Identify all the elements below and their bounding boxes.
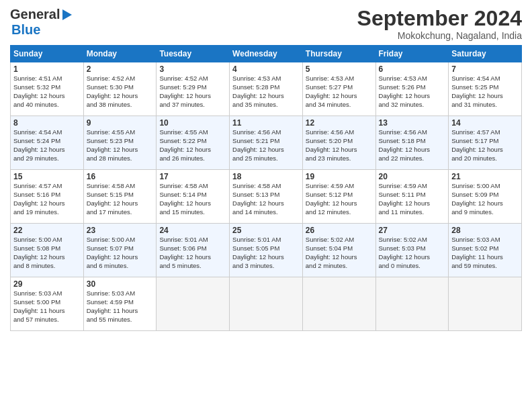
day-info: Sunrise: 5:00 AM Sunset: 5:08 PM Dayligh… [13,236,81,270]
calendar-cell: 6Sunrise: 4:53 AM Sunset: 5:26 PM Daylig… [375,62,449,116]
day-info: Sunrise: 4:57 AM Sunset: 5:17 PM Dayligh… [451,128,519,163]
day-info: Sunrise: 5:03 AM Sunset: 4:59 PM Dayligh… [87,289,154,324]
weekday-header-thursday: Thursday [302,46,375,62]
week-row-3: 15Sunrise: 4:57 AM Sunset: 5:16 PM Dayli… [11,170,522,224]
day-info: Sunrise: 4:58 AM Sunset: 5:14 PM Dayligh… [159,182,226,216]
weekday-header-wednesday: Wednesday [230,46,303,62]
calendar-cell: 16Sunrise: 4:58 AM Sunset: 5:15 PM Dayli… [83,170,157,224]
day-info: Sunrise: 4:58 AM Sunset: 5:13 PM Dayligh… [232,182,300,216]
calendar-cell: 3Sunrise: 4:52 AM Sunset: 5:29 PM Daylig… [157,62,230,116]
day-info: Sunrise: 5:02 AM Sunset: 5:03 PM Dayligh… [379,236,446,270]
day-number: 27 [379,226,446,235]
calendar-cell: 23Sunrise: 5:00 AM Sunset: 5:07 PM Dayli… [83,224,157,277]
calendar-cell: 26Sunrise: 5:02 AM Sunset: 5:04 PM Dayli… [302,224,375,277]
title-area: September 2024 Mokokchung, Nagaland, Ind… [357,7,522,41]
day-number: 29 [13,279,81,289]
day-number: 2 [87,64,154,74]
day-number: 21 [451,172,519,181]
day-number: 16 [87,172,154,181]
calendar-cell: 2Sunrise: 4:52 AM Sunset: 5:30 PM Daylig… [83,62,157,116]
day-number: 8 [13,118,81,128]
calendar-cell: 17Sunrise: 4:58 AM Sunset: 5:14 PM Dayli… [157,170,230,224]
day-number: 12 [306,118,373,128]
calendar-cell [375,277,449,331]
day-number: 22 [13,226,81,235]
day-info: Sunrise: 4:55 AM Sunset: 5:23 PM Dayligh… [87,128,154,163]
calendar-cell: 30Sunrise: 5:03 AM Sunset: 4:59 PM Dayli… [83,277,157,331]
day-number: 19 [306,172,373,181]
calendar-cell: 11Sunrise: 4:56 AM Sunset: 5:21 PM Dayli… [230,116,303,170]
day-info: Sunrise: 4:53 AM Sunset: 5:27 PM Dayligh… [306,75,373,109]
day-number: 20 [379,172,446,181]
calendar-cell: 7Sunrise: 4:54 AM Sunset: 5:25 PM Daylig… [449,62,522,116]
day-info: Sunrise: 5:02 AM Sunset: 5:04 PM Dayligh… [306,236,373,270]
day-info: Sunrise: 4:58 AM Sunset: 5:15 PM Dayligh… [87,182,154,216]
weekday-header-friday: Friday [375,46,449,62]
day-info: Sunrise: 5:01 AM Sunset: 5:05 PM Dayligh… [232,236,300,270]
day-info: Sunrise: 4:54 AM Sunset: 5:24 PM Dayligh… [13,128,81,163]
day-info: Sunrise: 4:52 AM Sunset: 5:29 PM Dayligh… [159,75,226,109]
day-info: Sunrise: 5:03 AM Sunset: 5:00 PM Dayligh… [13,289,81,324]
calendar-table: SundayMondayTuesdayWednesdayThursdayFrid… [10,45,522,331]
logo: General Blue [10,7,73,38]
calendar-cell: 12Sunrise: 4:56 AM Sunset: 5:20 PM Dayli… [302,116,375,170]
calendar-cell: 9Sunrise: 4:55 AM Sunset: 5:23 PM Daylig… [83,116,157,170]
day-number: 14 [451,118,519,128]
day-info: Sunrise: 4:54 AM Sunset: 5:25 PM Dayligh… [451,75,519,109]
day-info: Sunrise: 5:03 AM Sunset: 5:02 PM Dayligh… [451,236,519,270]
day-number: 5 [306,64,373,74]
calendar-cell: 28Sunrise: 5:03 AM Sunset: 5:02 PM Dayli… [449,224,522,277]
calendar-cell: 25Sunrise: 5:01 AM Sunset: 5:05 PM Dayli… [230,224,303,277]
logo-arrow-icon [60,8,73,21]
day-number: 26 [306,226,373,235]
day-number: 17 [159,172,226,181]
day-number: 10 [159,118,226,128]
calendar-container: General Blue September 2024 Mokokchung, … [0,0,532,411]
day-info: Sunrise: 4:55 AM Sunset: 5:22 PM Dayligh… [159,128,226,163]
day-info: Sunrise: 4:57 AM Sunset: 5:16 PM Dayligh… [13,182,81,216]
day-info: Sunrise: 4:52 AM Sunset: 5:30 PM Dayligh… [87,75,154,109]
week-row-4: 22Sunrise: 5:00 AM Sunset: 5:08 PM Dayli… [11,224,522,277]
week-row-5: 29Sunrise: 5:03 AM Sunset: 5:00 PM Dayli… [11,277,522,331]
calendar-cell: 24Sunrise: 5:01 AM Sunset: 5:06 PM Dayli… [157,224,230,277]
day-info: Sunrise: 5:01 AM Sunset: 5:06 PM Dayligh… [159,236,226,270]
day-number: 11 [232,118,300,128]
calendar-cell: 21Sunrise: 5:00 AM Sunset: 5:09 PM Dayli… [449,170,522,224]
day-info: Sunrise: 5:00 AM Sunset: 5:09 PM Dayligh… [451,182,519,216]
calendar-cell [230,277,303,331]
calendar-cell [449,277,522,331]
weekday-header-row: SundayMondayTuesdayWednesdayThursdayFrid… [11,46,522,62]
day-number: 4 [232,64,300,74]
day-number: 30 [87,279,154,289]
day-number: 28 [451,226,519,235]
logo-general: General [10,7,60,22]
day-number: 9 [87,118,154,128]
day-info: Sunrise: 4:56 AM Sunset: 5:20 PM Dayligh… [306,128,373,163]
calendar-cell: 18Sunrise: 4:58 AM Sunset: 5:13 PM Dayli… [230,170,303,224]
day-number: 24 [159,226,226,235]
day-info: Sunrise: 4:59 AM Sunset: 5:11 PM Dayligh… [379,182,446,216]
day-number: 3 [159,64,226,74]
day-info: Sunrise: 4:53 AM Sunset: 5:28 PM Dayligh… [232,75,300,109]
location-subtitle: Mokokchung, Nagaland, India [357,30,522,41]
day-number: 13 [379,118,446,128]
calendar-cell [302,277,375,331]
calendar-cell: 15Sunrise: 4:57 AM Sunset: 5:16 PM Dayli… [11,170,84,224]
calendar-cell: 8Sunrise: 4:54 AM Sunset: 5:24 PM Daylig… [11,116,84,170]
header: General Blue September 2024 Mokokchung, … [10,7,522,41]
day-info: Sunrise: 4:56 AM Sunset: 5:21 PM Dayligh… [232,128,300,163]
day-number: 6 [379,64,446,74]
day-number: 15 [13,172,81,181]
calendar-cell: 5Sunrise: 4:53 AM Sunset: 5:27 PM Daylig… [302,62,375,116]
day-number: 18 [232,172,300,181]
day-number: 1 [13,64,81,74]
calendar-cell: 4Sunrise: 4:53 AM Sunset: 5:28 PM Daylig… [230,62,303,116]
month-title: September 2024 [357,7,522,30]
weekday-header-saturday: Saturday [449,46,522,62]
day-info: Sunrise: 4:53 AM Sunset: 5:26 PM Dayligh… [379,75,446,109]
weekday-header-sunday: Sunday [11,46,84,62]
calendar-cell [157,277,230,331]
logo-blue: Blue [11,22,40,38]
week-row-1: 1Sunrise: 4:51 AM Sunset: 5:32 PM Daylig… [11,62,522,116]
calendar-cell: 10Sunrise: 4:55 AM Sunset: 5:22 PM Dayli… [157,116,230,170]
